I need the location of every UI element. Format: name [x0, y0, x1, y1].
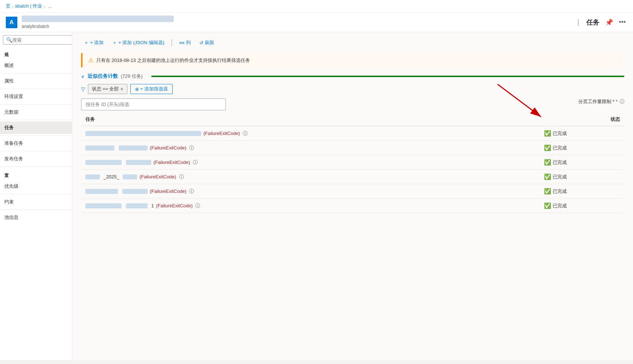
status-icon: ✅ — [544, 188, 551, 195]
refresh-button[interactable]: ↺ 刷新 — [197, 38, 217, 47]
task-id-blurred2 — [126, 203, 148, 208]
info-icon[interactable]: ⓘ — [243, 130, 248, 137]
failure-code: (FailureExitCode) — [203, 131, 240, 136]
pagination-limit: 分页工作量限制 * * ⓘ — [578, 98, 624, 105]
sidebar-item-properties[interactable]: 属性 — [0, 75, 72, 87]
warning-banner: ⚠ 只有在 2018-08-13 之后创建的池上运行的作业才支持按执行结果筛选任… — [81, 53, 624, 67]
more-button[interactable]: ••• — [617, 17, 627, 27]
status-icon: ✅ — [544, 202, 551, 209]
filter-label: 状态 == 全部 — [92, 86, 119, 92]
columns-icon: ≡≡ — [179, 40, 185, 46]
status-label: 已完成 — [553, 159, 567, 166]
pagination-label: 分页工作量限制 * — [578, 99, 615, 104]
task-status-cell: ✅ 已完成 — [540, 126, 624, 141]
search-input[interactable] — [12, 37, 72, 43]
pin-button[interactable]: 📌 — [604, 17, 615, 28]
task-name-cell: _2025_ (FailureExitCode) ⓘ — [81, 170, 540, 184]
task-name-cell: (FailureExitCode) ⓘ — [81, 155, 540, 170]
task-id-blurred2 — [122, 189, 148, 194]
sidebar-item-environment[interactable]: 环境设置 — [0, 90, 72, 103]
task-id-blurred — [85, 131, 201, 136]
task-id-blurred — [85, 189, 118, 194]
task-name-cell: (FailureExitCode) ⓘ — [81, 141, 540, 155]
toolbar-separator — [172, 39, 172, 46]
table-row[interactable]: (FailureExitCode) ⓘ ✅ 已完成 — [81, 141, 624, 155]
info-icon[interactable]: ⓘ — [193, 159, 198, 166]
info-icon[interactable]: ⓘ — [189, 188, 194, 195]
sidebar-item-release-tasks[interactable]: 发布任务 — [0, 153, 72, 165]
table-row[interactable]: (FailureExitCode) ⓘ ✅ 已完成 — [81, 184, 624, 199]
sidebar-item-label: 池信息 — [4, 214, 18, 221]
sidebar-divider-3 — [0, 104, 72, 105]
sidebar-item-label: 任务 — [4, 124, 14, 131]
task-status-cell: ✅ 已完成 — [540, 141, 624, 155]
sidebar-item-overview[interactable]: 概述 — [0, 59, 72, 72]
status-label: 已完成 — [553, 188, 567, 195]
table-header-row: 任务 状态 — [81, 113, 624, 126]
section-toggle-button[interactable]: ∨ — [81, 74, 85, 79]
header-divider: | — [577, 18, 579, 26]
table-row[interactable]: 1 (FailureExitCode) ⓘ ✅ 已完成 — [81, 199, 624, 213]
sidebar-item-label: 元数据 — [4, 109, 18, 115]
task-status-cell: ✅ 已完成 — [540, 199, 624, 213]
sidebar-item-constraints[interactable]: 约束 — [0, 196, 72, 208]
refresh-icon: ↺ — [199, 40, 203, 46]
plus-json-icon: ＋ — [112, 39, 117, 46]
add-label: + 添加 — [90, 39, 104, 46]
section-title[interactable]: 近似任务计数 — [88, 73, 118, 80]
status-label: 已完成 — [553, 145, 567, 151]
warning-text: 只有在 2018-08-13 之后创建的池上运行的作业才支持按执行结果筛选任务 — [96, 57, 250, 64]
table-row[interactable]: _2025_ (FailureExitCode) ⓘ ✅ 已完成 — [81, 170, 624, 184]
section-count: (729 任务) — [121, 73, 143, 80]
task-id-text: _2025_ — [104, 174, 119, 179]
task-suffix: 1 — [151, 203, 154, 208]
breadcrumb-home[interactable]: 页 — [6, 3, 10, 9]
sidebar-section-other: 置 — [0, 168, 72, 180]
plus-icon: ＋ — [84, 39, 89, 46]
task-id-blurred2 — [123, 174, 137, 179]
task-status-cell: ✅ 已完成 — [540, 155, 624, 170]
add-json-button[interactable]: ＋ + 添加 (JSON 编辑器) — [109, 38, 167, 47]
table-row[interactable]: (FailureExitCode) ⓘ ✅ 已完成 — [81, 126, 624, 141]
task-id-blurred — [85, 160, 122, 165]
table-row[interactable]: (FailureExitCode) ⓘ ✅ 已完成 — [81, 155, 624, 170]
header-bar: A analyticsbatch | 任务 📌 ••• — [0, 13, 633, 32]
pagination-info-icon[interactable]: ⓘ — [620, 99, 624, 104]
breadcrumb-sep2: › — [43, 4, 45, 9]
info-icon[interactable]: ⓘ — [195, 203, 200, 209]
header-title-block: analyticsbatch — [22, 16, 570, 29]
status-label: 已完成 — [553, 203, 567, 209]
warning-icon: ⚠ — [88, 57, 93, 64]
sidebar-item-pool-info[interactable]: 池信息 — [0, 211, 72, 224]
breadcrumb-current: ... — [48, 4, 52, 9]
page-title: 任务 — [586, 18, 599, 27]
failure-code: (FailureExitCode) — [156, 203, 193, 208]
filter-remove-button[interactable]: × — [120, 86, 123, 92]
search-box[interactable]: 🔍 — [3, 35, 72, 45]
sidebar-item-label: 约束 — [4, 199, 14, 205]
sidebar-item-prep-tasks[interactable]: 准备任务 — [0, 137, 72, 149]
filter-tag-status: 状态 == 全部 × — [88, 84, 127, 94]
sidebar-item-metadata[interactable]: 元数据 — [0, 106, 72, 118]
task-id-blurred2 — [119, 145, 148, 151]
failure-code: (FailureExitCode) — [153, 160, 190, 165]
task-id-blurred — [85, 145, 114, 151]
pagination-asterisk: * — [616, 99, 617, 104]
col-status: 状态 — [540, 113, 624, 126]
sidebar-item-tasks[interactable]: 任务 — [0, 122, 72, 134]
add-filter-icon: ⊕ — [135, 86, 139, 92]
id-filter-input[interactable] — [81, 98, 226, 110]
refresh-label: 刷新 — [205, 39, 214, 46]
add-button[interactable]: ＋ + 添加 — [81, 38, 106, 47]
info-icon[interactable]: ⓘ — [189, 145, 194, 151]
main-content: ＋ + 添加 ＋ + 添加 (JSON 编辑器) ≡≡ 列 ↺ 刷新 ⚠ 只有在… — [72, 32, 633, 360]
col-task: 任务 — [81, 113, 540, 126]
add-filter-button[interactable]: ⊕ + 添加筛选器 — [130, 84, 173, 94]
info-icon[interactable]: ⓘ — [179, 174, 184, 180]
sidebar-item-priority[interactable]: 优先级 — [0, 180, 72, 192]
breadcrumb-batch[interactable]: sbatch | 作业 — [15, 3, 42, 9]
sidebar-divider-6 — [0, 151, 72, 151]
columns-button[interactable]: ≡≡ 列 — [176, 38, 194, 47]
task-id-blurred2 — [126, 160, 151, 165]
sidebar: 🔍 « 规 概述 属性 环境设置 元数据 任务 准备任务 — [0, 32, 72, 360]
